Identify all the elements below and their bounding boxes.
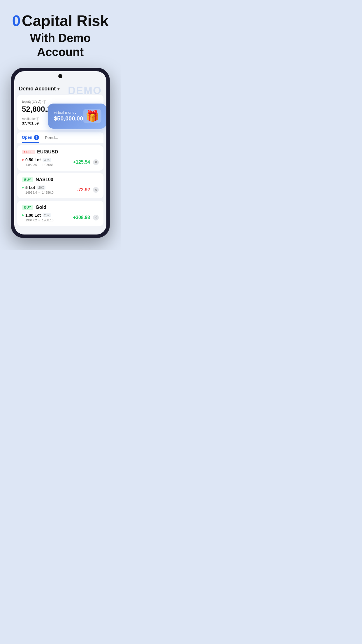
- trade-symbol-eurusd: EUR/USD: [37, 149, 58, 155]
- leverage: 20X: [43, 213, 51, 217]
- leverage: 20X: [37, 186, 45, 190]
- hero-subtitle: With Demo Account: [6, 31, 115, 59]
- lot-value: 0.50 Lot: [25, 158, 41, 162]
- tabs-bar: Open 3 Pend...: [17, 132, 103, 143]
- trade-left-eurusd: 0.50 Lot 30X 1.08936 → 1.08686: [22, 158, 54, 167]
- dot-icon: [22, 159, 24, 161]
- close-trade-button-eurusd[interactable]: ✕: [93, 159, 99, 165]
- hero-zero: 0: [12, 12, 20, 29]
- chevron-down-icon: ▾: [57, 87, 59, 91]
- phone-screen: Demo Account ▾ DEMO Equity(USD) i 52,800…: [14, 71, 106, 235]
- pnl-eurusd: +125.54: [73, 160, 90, 165]
- trade-symbol-gold: Gold: [36, 205, 46, 210]
- trade-type-buy: Buy: [22, 177, 33, 182]
- available-info-icon[interactable]: i: [36, 117, 39, 120]
- price-route: 14998.4 → 14986.0: [25, 191, 54, 194]
- virtual-card: virtual money $50,000.00 🎁: [48, 104, 106, 129]
- camera-notch: [58, 74, 62, 78]
- trade-card-nas100: Buy NAS100 5 Lot 20X 14998.4 → 14986.0: [17, 173, 103, 198]
- account-header: Demo Account ▾ DEMO: [14, 82, 106, 95]
- trade-card-eurusd: Sell EUR/USD 0.50 Lot 30X 1.08936 → 1.08…: [17, 145, 103, 171]
- lot-value: 1.00 Lot: [25, 213, 41, 218]
- tab-pending[interactable]: Pend...: [45, 135, 58, 143]
- gift-icon: 🎁: [83, 109, 101, 123]
- available-item: Available i 37,701.59: [22, 117, 39, 125]
- leverage: 30X: [43, 158, 51, 162]
- equity-info-icon[interactable]: i: [43, 100, 46, 104]
- trade-header-nas100: Buy NAS100: [22, 177, 99, 182]
- account-name-label[interactable]: Demo Account ▾: [19, 86, 59, 92]
- dot-icon: [22, 187, 24, 188]
- trade-type-sell: Sell: [22, 150, 35, 154]
- virtual-money-amount: $50,000.00: [54, 115, 83, 122]
- lot-value: 5 Lot: [25, 185, 35, 190]
- pnl-nas100: -72.92: [77, 187, 90, 192]
- trade-details-eurusd: 0.50 Lot 30X 1.08936 → 1.08686 +125.54 ✕: [22, 158, 99, 167]
- trade-type-buy: Buy: [22, 205, 33, 210]
- equity-label: Equity(USD) i: [22, 99, 99, 104]
- trade-details-nas100: 5 Lot 20X 14998.4 → 14986.0 -72.92 ✕: [22, 185, 99, 194]
- trade-header-gold: Buy Gold: [22, 205, 99, 210]
- dot-icon: [22, 214, 24, 216]
- trade-left-nas100: 5 Lot 20X 14998.4 → 14986.0: [22, 185, 54, 194]
- pnl-gold: +308.93: [73, 215, 90, 220]
- trade-symbol-nas100: NAS100: [36, 177, 53, 182]
- hero-title1: Capital Risk: [22, 12, 109, 29]
- trade-details-gold: 1.00 Lot 20X 1904.62 → 1908.15 +308.93 ✕: [22, 213, 99, 222]
- available-value: 37,701.59: [22, 121, 39, 125]
- trade-right-nas100: -72.92 ✕: [77, 187, 99, 193]
- trade-header-eurusd: Sell EUR/USD: [22, 149, 99, 155]
- virtual-money-label: virtual money: [54, 110, 83, 115]
- trade-left-gold: 1.00 Lot 20X 1904.62 → 1908.15: [22, 213, 54, 222]
- price-route: 1.08936 → 1.08686: [25, 163, 54, 167]
- trade-right-gold: +308.93 ✕: [73, 215, 99, 220]
- tab-open[interactable]: Open 3: [22, 135, 39, 143]
- screen-content: Demo Account ▾ DEMO Equity(USD) i 52,800…: [14, 71, 106, 235]
- equity-card: Equity(USD) i 52,800.21 +360.55 Availabl…: [17, 95, 103, 130]
- close-trade-button-gold[interactable]: ✕: [93, 215, 99, 220]
- virtual-text: virtual money $50,000.00: [54, 110, 83, 122]
- open-count-badge: 3: [34, 135, 39, 140]
- close-trade-button-nas100[interactable]: ✕: [93, 187, 99, 193]
- trade-right-eurusd: +125.54 ✕: [73, 159, 99, 165]
- price-route: 1904.62 → 1908.15: [25, 218, 54, 222]
- hero-section: 0 Capital Risk With Demo Account: [6, 12, 115, 59]
- phone-frame: Demo Account ▾ DEMO Equity(USD) i 52,800…: [11, 68, 110, 238]
- trade-card-gold: Buy Gold 1.00 Lot 20X 1904.62 → 1908.15: [17, 201, 103, 226]
